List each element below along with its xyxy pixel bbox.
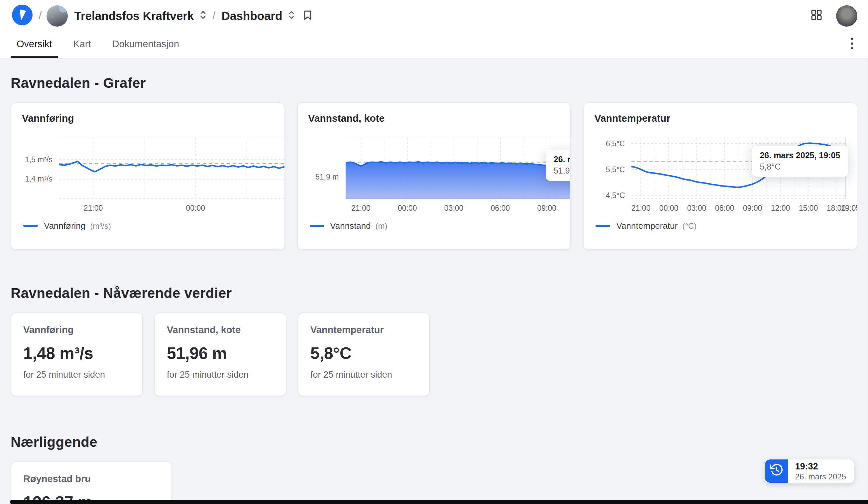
chart-card: Vannstand, kote 51,9 m 26. mars 2025, 19… [297, 102, 571, 250]
x-axis-tick-label: 03:00 [687, 204, 706, 212]
x-axis-tick-label: 15:00 [799, 204, 818, 212]
time-display: 19:32 26. mars 2025 [788, 460, 854, 483]
chart-legend: Vanntemperatur (°C) [595, 221, 846, 231]
x-axis-tick-label: 09:00 [743, 204, 762, 212]
x-axis-tick-label: 00:00 [186, 204, 205, 212]
value-card: Røynestad bru 126,37 m [11, 461, 172, 504]
legend-label: Vannstand [330, 221, 371, 231]
x-axis-tick-label: 03:00 [444, 204, 464, 212]
metric-value: 51,96 m [167, 344, 274, 363]
legend-line-swatch [596, 225, 610, 227]
x-axis-tick-label: 09:00 [537, 204, 557, 212]
x-axis-tick-label: 06:00 [491, 204, 510, 212]
history-clock-icon [770, 463, 784, 480]
x-axis-tick-label: 00:00 [659, 204, 679, 212]
metric-value: 5,8°C [310, 344, 417, 363]
x-axis-labels: 21:0000:0003:0006:0009:0012:0015:0018:00… [59, 204, 273, 215]
dashboard-content: Ravnedalen - Grafer Vannføring 1,5 m³/s1… [0, 74, 868, 504]
app-logo-button[interactable] [11, 3, 34, 29]
y-axis-tick-label: 1,4 m³/s [25, 175, 52, 183]
x-axis-labels: 21:0000:0003:0006:0009:0012:0015:0018:00… [632, 204, 846, 215]
y-axis-labels: 51,9 m [308, 138, 345, 199]
x-axis-tick-label: 21:00 [84, 204, 103, 212]
chart-canvas [59, 138, 285, 199]
tab-dokumentasjon[interactable]: Dokumentasjon [106, 32, 185, 58]
y-axis-tick-label: 1,5 m³/s [25, 155, 52, 163]
tooltip-timestamp: 26. mars 2025, 19:05 [760, 151, 840, 160]
bottom-scrollbar[interactable] [10, 500, 868, 504]
bookmark-icon [302, 9, 314, 23]
apps-grid-button[interactable] [809, 7, 824, 24]
user-avatar[interactable] [836, 5, 857, 27]
section-title-graphs: Ravnedalen - Grafer [11, 74, 857, 92]
brand-logo-icon [12, 5, 33, 27]
dashboard-app: / Trelandsfos Kraftverk / Dashboard [0, 0, 868, 504]
x-axis-tick-label: 19:05 [841, 204, 857, 212]
tooltip-value: 51,96 m [554, 166, 571, 176]
metric-value: 1,48 m³/s [23, 344, 130, 363]
scrollbar-track [867, 0, 867, 504]
y-axis-labels: 1,5 m³/s1,4 m³/s [22, 138, 59, 199]
top-bar: / Trelandsfos Kraftverk / Dashboard [0, 0, 868, 32]
org-selector-button[interactable] [198, 8, 208, 24]
legend-unit: (m³/s) [90, 221, 111, 230]
chart-canvas [345, 138, 571, 199]
y-axis-labels: 6,5°C5,5°C4,5°C [595, 138, 632, 199]
value-card: Vanntemperatur 5,8°C for 25 minutter sid… [298, 312, 430, 396]
apps-grid-icon [810, 9, 823, 23]
breadcrumb-separator: / [212, 9, 215, 23]
chart-card: Vanntemperatur 6,5°C5,5°C4,5°C 26. mars … [583, 102, 857, 250]
legend-unit: (m) [375, 221, 388, 230]
chart-plot[interactable]: 26. mars 2025, 19:051,48 m³/s [59, 138, 285, 199]
metric-label: Vannstand, kote [167, 325, 274, 335]
metric-label: Røynestad bru [23, 473, 159, 484]
chart-plot[interactable]: 26. mars 2025, 19:0551,96 m [345, 138, 571, 199]
metric-timestamp: for 25 minutter siden [167, 370, 274, 380]
page-selector-button[interactable] [287, 8, 297, 24]
y-axis-tick-label: 6,5°C [606, 140, 625, 147]
section-title-nearby: Nærliggende [11, 433, 857, 451]
history-button[interactable] [765, 460, 788, 483]
metric-timestamp: for 25 minutter siden [23, 370, 130, 380]
organization-avatar[interactable] [46, 5, 68, 27]
tab-oversikt[interactable]: Oversikt [11, 32, 58, 58]
chart-title: Vanntemperatur [595, 112, 846, 124]
more-menu-button[interactable] [847, 32, 857, 58]
chart-title: Vannstand, kote [308, 112, 560, 124]
chart-plot[interactable]: 26. mars 2025, 19:055,8°C [632, 138, 846, 199]
y-axis-tick-label: 51,9 m [316, 173, 339, 181]
tabs-group: OversiktKartDokumentasjon [11, 32, 194, 58]
metric-timestamp: for 25 minutter siden [310, 370, 417, 380]
current-time: 19:32 [795, 461, 846, 472]
legend-unit: (°C) [682, 221, 696, 230]
x-axis-tick-label: 12:00 [771, 204, 790, 212]
unfold-more-icon [288, 9, 295, 23]
value-card: Vannstand, kote 51,96 m for 25 minutter … [154, 312, 287, 396]
kebab-menu-icon [851, 38, 854, 52]
breadcrumb-page-name[interactable]: Dashboard [222, 9, 282, 23]
chart-tooltip: 26. mars 2025, 19:055,8°C [752, 146, 848, 177]
value-card: Vannføring 1,48 m³/s for 25 minutter sid… [11, 312, 143, 396]
chart-title: Vannføring [22, 112, 273, 124]
legend-line-swatch [309, 225, 324, 227]
tooltip-value: 5,8°C [760, 162, 840, 172]
x-axis-labels: 21:0000:0003:0006:0009:0012:0015:0018:00… [345, 204, 560, 215]
breadcrumb-org-name[interactable]: Trelandsfos Kraftverk [74, 9, 194, 23]
time-widget: 19:32 26. mars 2025 [765, 460, 854, 483]
breadcrumb-separator: / [39, 9, 42, 23]
nearby-row: Røynestad bru 126,37 m [11, 461, 857, 504]
chart-tooltip: 26. mars 2025, 19:0551,96 m [546, 150, 571, 181]
tooltip-timestamp: 26. mars 2025, 19:05 [554, 155, 571, 165]
x-axis-tick-label: 21:00 [631, 204, 651, 212]
tab-kart[interactable]: Kart [67, 32, 97, 58]
y-axis-tick-label: 4,5°C [606, 192, 625, 200]
chart-legend: Vannføring (m³/s) [22, 221, 273, 231]
tabs-bar: OversiktKartDokumentasjon [0, 32, 868, 59]
chart-legend: Vannstand (m) [308, 221, 560, 231]
metric-label: Vanntemperatur [310, 325, 417, 335]
chart-body: 1,5 m³/s1,4 m³/s 26. mars 2025, 19:051,4… [22, 138, 273, 199]
section-title-current-values: Ravnedalen - Nåværende verdier [11, 285, 857, 302]
current-values-row: Vannføring 1,48 m³/s for 25 minutter sid… [11, 312, 857, 396]
bookmark-button[interactable] [300, 8, 315, 24]
legend-line-swatch [23, 225, 38, 227]
